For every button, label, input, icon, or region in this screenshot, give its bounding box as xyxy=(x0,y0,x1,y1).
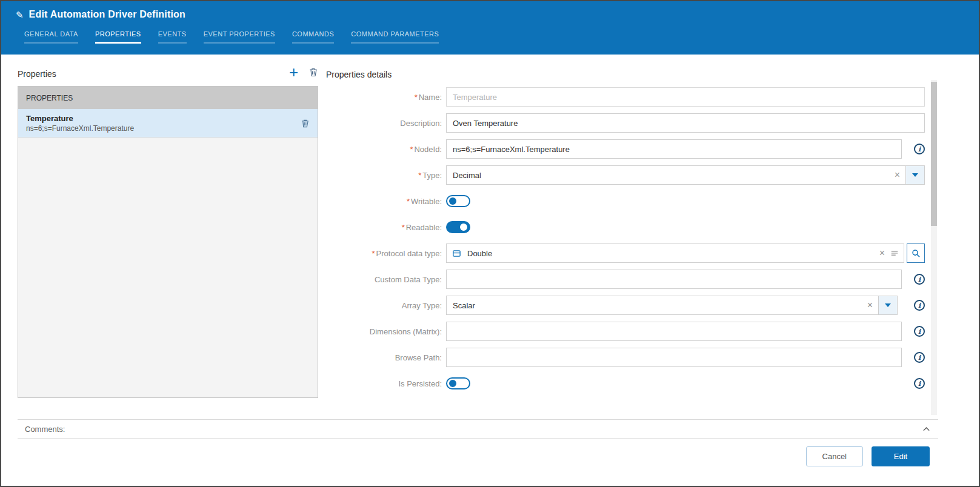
chevron-up-icon[interactable] xyxy=(922,425,931,434)
list-icon[interactable] xyxy=(890,249,904,257)
protocol-data-type-value: Double xyxy=(461,249,874,258)
readable-field-area xyxy=(446,221,925,233)
browse-path-label: Browse Path: xyxy=(325,353,446,362)
form-row-writable: *Writable: xyxy=(325,191,925,211)
properties-details-title: Properties details xyxy=(326,70,392,79)
is-persisted-field-area: i xyxy=(446,377,925,389)
protocol-data-type-field-area: Double × xyxy=(446,244,925,263)
add-property-button[interactable]: + xyxy=(289,64,298,80)
array-type-field-area: Scalar × i xyxy=(446,296,925,315)
info-icon[interactable]: i xyxy=(914,300,925,311)
description-input[interactable] xyxy=(446,113,925,133)
type-field-area: Decimal × xyxy=(446,165,925,185)
required-asterisk: * xyxy=(418,171,421,180)
properties-list: PROPERTIES Temperature ns=6;s=FurnaceXml… xyxy=(18,86,318,398)
form-row-nodeid: *NodeId: i xyxy=(325,139,925,159)
array-type-value: Scalar xyxy=(447,301,862,310)
properties-panel-title: Properties xyxy=(18,69,56,79)
custom-data-type-input[interactable] xyxy=(446,270,902,289)
browse-path-input[interactable] xyxy=(446,348,902,367)
form-row-dimensions-matrix: Dimensions (Matrix): i xyxy=(325,322,925,341)
nodeid-field-area: i xyxy=(446,139,925,159)
required-asterisk: * xyxy=(410,145,413,154)
tab-event-properties[interactable]: EVENT PROPERTIES xyxy=(204,30,275,44)
info-icon[interactable]: i xyxy=(914,378,925,389)
array-type-combobox[interactable]: Scalar × xyxy=(446,296,898,315)
tab-events[interactable]: EVENTS xyxy=(158,30,187,44)
data-type-icon xyxy=(452,249,461,258)
form-row-protocol-data-type: *Protocol data type: Double × xyxy=(325,244,925,263)
form-row-type: *Type: Decimal × xyxy=(325,165,925,185)
form-row-browse-path: Browse Path: i xyxy=(325,348,925,367)
header: ✎ Edit Automation Driver Definition GENE… xyxy=(1,1,979,55)
info-icon[interactable]: i xyxy=(914,352,925,363)
trash-icon xyxy=(308,67,318,77)
search-icon xyxy=(912,249,921,258)
chevron-down-icon xyxy=(912,173,918,177)
array-type-dropdown-button[interactable] xyxy=(878,296,897,314)
custom-data-type-label: Custom Data Type: xyxy=(325,275,446,284)
writable-field-area xyxy=(446,195,925,207)
edit-button[interactable]: Edit xyxy=(872,446,930,466)
nodeid-input[interactable] xyxy=(446,139,902,159)
nodeid-label: *NodeId: xyxy=(325,145,446,154)
details-form: *Name: Description: *NodeId: i *Type: De… xyxy=(325,87,925,400)
is-persisted-toggle[interactable] xyxy=(446,377,470,389)
writable-toggle[interactable] xyxy=(446,195,470,207)
name-input[interactable] xyxy=(446,87,925,107)
trash-icon xyxy=(301,119,310,128)
required-asterisk: * xyxy=(415,93,418,102)
dimensions-matrix-label: Dimensions (Matrix): xyxy=(325,327,446,336)
name-label: *Name: xyxy=(325,93,446,102)
page-title: Edit Automation Driver Definition xyxy=(29,9,185,20)
is-persisted-label: Is Persisted: xyxy=(325,379,446,388)
scrollbar-thumb[interactable] xyxy=(931,82,937,226)
comments-label: Comments: xyxy=(25,425,65,434)
dimensions-matrix-input[interactable] xyxy=(446,322,902,341)
info-icon[interactable]: i xyxy=(914,274,925,285)
list-item-name: Temperature xyxy=(26,114,301,123)
clear-icon[interactable]: × xyxy=(889,170,905,181)
info-icon[interactable]: i xyxy=(914,326,925,337)
form-row-name: *Name: xyxy=(325,87,925,107)
array-type-label: Array Type: xyxy=(325,301,446,310)
clear-icon[interactable]: × xyxy=(862,300,878,311)
name-field-area xyxy=(446,87,925,107)
type-value: Decimal xyxy=(447,171,889,180)
tab-general-data[interactable]: GENERAL DATA xyxy=(24,30,78,44)
list-item[interactable]: Temperature ns=6;s=FurnaceXml.Temperatur… xyxy=(18,109,318,137)
toggle-knob xyxy=(449,197,456,205)
list-item-nodeid: ns=6;s=FurnaceXml.Temperature xyxy=(26,124,301,133)
vertical-scrollbar[interactable] xyxy=(931,80,937,415)
description-field-area xyxy=(446,113,925,133)
cancel-button[interactable]: Cancel xyxy=(806,446,863,466)
search-button[interactable] xyxy=(907,244,925,263)
custom-data-type-field-area: i xyxy=(446,270,925,289)
tab-command-parameters[interactable]: COMMAND PARAMETERS xyxy=(351,30,439,44)
type-dropdown-button[interactable] xyxy=(905,166,924,184)
toggle-knob xyxy=(449,380,456,387)
tab-commands[interactable]: COMMANDS xyxy=(292,30,334,44)
required-asterisk: * xyxy=(402,223,405,232)
required-asterisk: * xyxy=(407,197,410,206)
writable-label: *Writable: xyxy=(325,197,446,206)
footer-actions: Cancel Edit xyxy=(806,446,930,466)
tab-properties[interactable]: PROPERTIES xyxy=(95,30,141,44)
form-row-description: Description: xyxy=(325,113,925,133)
browse-path-field-area: i xyxy=(446,348,925,367)
properties-panel-actions: + xyxy=(289,64,318,81)
form-row-array-type: Array Type: Scalar × i xyxy=(325,296,925,315)
readable-toggle[interactable] xyxy=(446,221,470,233)
delete-property-button[interactable] xyxy=(308,67,318,77)
type-label: *Type: xyxy=(325,171,446,180)
delete-item-button[interactable] xyxy=(301,119,310,128)
protocol-data-type-picker[interactable]: Double × xyxy=(446,244,904,263)
info-icon[interactable]: i xyxy=(914,144,925,154)
description-label: Description: xyxy=(325,119,446,128)
list-item-texts: Temperature ns=6;s=FurnaceXml.Temperatur… xyxy=(26,114,301,133)
chevron-down-icon xyxy=(885,303,891,307)
form-row-readable: *Readable: xyxy=(325,217,925,237)
required-asterisk: * xyxy=(372,249,375,258)
type-combobox[interactable]: Decimal × xyxy=(446,165,925,185)
clear-icon[interactable]: × xyxy=(874,248,890,259)
